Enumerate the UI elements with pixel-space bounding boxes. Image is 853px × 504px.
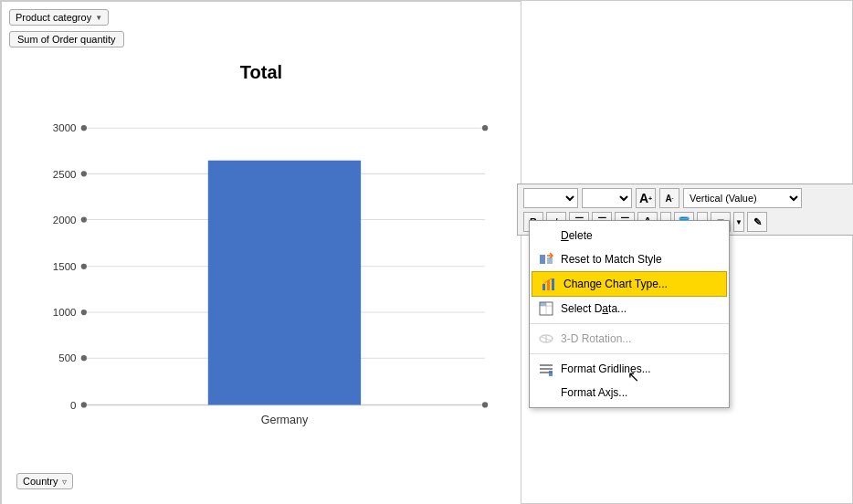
format-gridlines-icon xyxy=(539,362,553,376)
sum-label: Sum of Order quantity xyxy=(17,34,116,45)
filter-arrow-icon: ▼ xyxy=(95,14,102,22)
svg-point-12 xyxy=(81,355,87,361)
delete-label: Delete xyxy=(561,229,593,242)
context-menu: Delete Reset to Match Style xyxy=(529,220,730,408)
svg-point-9 xyxy=(81,216,87,222)
3d-rotation-icon xyxy=(539,331,553,346)
change-chart-type-icon xyxy=(542,277,556,291)
font-selector[interactable] xyxy=(523,188,578,208)
country-filter-icon: ▿ xyxy=(62,477,67,487)
menu-item-change-chart-type[interactable]: Change Chart Type... xyxy=(532,271,727,297)
border-color-dropdown[interactable]: ▼ xyxy=(733,212,744,232)
menu-item-delete[interactable]: Delete xyxy=(530,224,729,247)
svg-rect-24 xyxy=(540,255,545,264)
country-label: Country xyxy=(23,476,58,487)
svg-text:1000: 1000 xyxy=(53,307,77,318)
svg-point-13 xyxy=(81,402,87,407)
reset-style-label: Reset to Match Style xyxy=(561,253,662,266)
svg-text:3000: 3000 xyxy=(53,122,77,133)
font-size-selector[interactable] xyxy=(582,188,632,208)
svg-point-11 xyxy=(81,310,87,315)
axis-selector[interactable]: Vertical (Value) xyxy=(683,188,802,208)
menu-separator-1 xyxy=(530,323,729,324)
format-toolbar: A+ A- Vertical (Value) xyxy=(517,184,853,212)
select-data-icon xyxy=(539,301,553,316)
svg-rect-27 xyxy=(547,280,550,290)
svg-point-7 xyxy=(81,125,87,131)
change-chart-type-label: Change Chart Type... xyxy=(563,278,668,290)
menu-item-format-axis[interactable]: Format Axjs... xyxy=(530,381,729,404)
svg-text:2000: 2000 xyxy=(53,215,77,226)
svg-text:2500: 2500 xyxy=(53,169,77,180)
svg-point-15 xyxy=(482,402,488,407)
country-filter[interactable]: Country ▿ xyxy=(16,473,73,489)
decrease-font-button[interactable]: A- xyxy=(659,188,679,208)
svg-rect-37 xyxy=(549,371,553,376)
select-data-label: Select Data... xyxy=(561,302,627,315)
main-container: Product categroy ▼ Sum of Order quantity… xyxy=(0,0,853,504)
sum-of-order-quantity: Sum of Order quantity xyxy=(9,31,124,47)
svg-rect-28 xyxy=(552,278,554,290)
format-axis-icon xyxy=(539,385,553,400)
svg-text:1500: 1500 xyxy=(53,261,77,272)
paint-brush-button[interactable]: ✎ xyxy=(747,212,767,232)
svg-text:Germany: Germany xyxy=(261,414,309,426)
increase-font-button[interactable]: A+ xyxy=(636,188,656,208)
reset-style-icon xyxy=(539,252,553,267)
svg-rect-25 xyxy=(547,257,553,264)
product-category-filter[interactable]: Product categroy ▼ xyxy=(9,9,109,26)
format-gridlines-label: Format Gridlines... xyxy=(561,362,651,375)
chart-title: Total xyxy=(9,62,513,83)
menu-item-3d-rotation: 3-D Rotation... xyxy=(530,327,729,351)
3d-rotation-label: 3-D Rotation... xyxy=(561,332,631,345)
format-axis-label: Format Axjs... xyxy=(561,386,627,399)
germany-bar xyxy=(208,161,361,405)
delete-icon xyxy=(539,228,553,243)
svg-point-8 xyxy=(81,171,87,176)
filter-label: Product categroy xyxy=(16,12,91,23)
menu-item-select-data[interactable]: Select Data... xyxy=(530,297,729,320)
svg-text:0: 0 xyxy=(70,400,76,411)
svg-rect-30 xyxy=(540,302,546,306)
svg-point-14 xyxy=(482,125,488,131)
svg-point-10 xyxy=(81,264,87,269)
menu-separator-2 xyxy=(530,353,729,354)
svg-text:500: 500 xyxy=(58,352,76,363)
svg-rect-26 xyxy=(542,284,545,290)
chart-svg: 3000 2500 2000 1500 1000 500 0 Germany xyxy=(46,92,504,469)
chart-area: Product categroy ▼ Sum of Order quantity… xyxy=(1,1,521,504)
menu-item-reset-style[interactable]: Reset to Match Style xyxy=(530,247,729,271)
menu-item-format-gridlines[interactable]: Format Gridlines... xyxy=(530,357,729,381)
paint-brush-icon: ✎ xyxy=(753,216,762,228)
